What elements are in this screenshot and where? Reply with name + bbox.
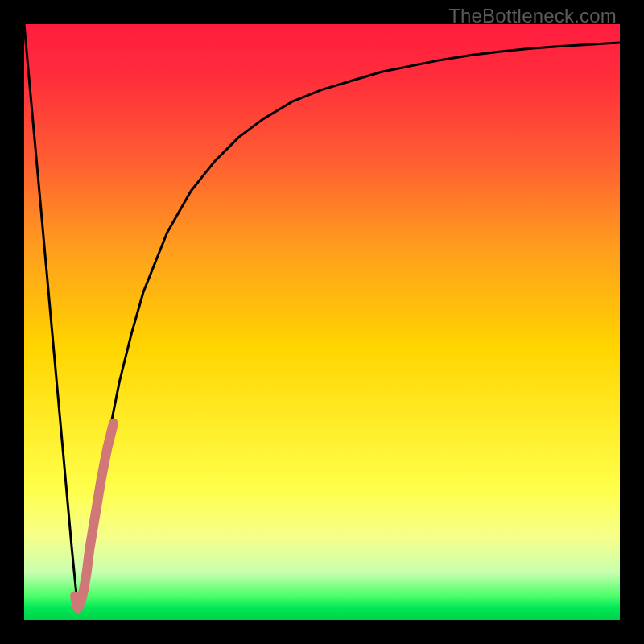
bottleneck-curve	[24, 24, 620, 608]
chart-svg	[24, 24, 620, 620]
plot-area	[24, 24, 620, 620]
chart-frame: TheBottleneck.com	[0, 0, 644, 644]
target-highlight	[75, 423, 114, 608]
